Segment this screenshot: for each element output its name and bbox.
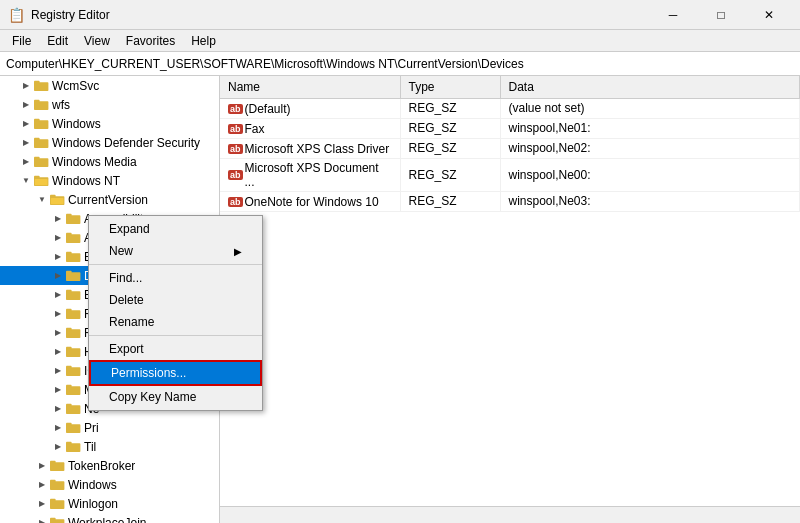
- tree-label-wnt: Windows NT: [52, 174, 120, 188]
- tree-label-workplacejoin: WorkplaceJoin: [68, 516, 146, 524]
- maximize-button[interactable]: □: [698, 0, 744, 30]
- expand-btn-appcompat[interactable]: ▶: [50, 230, 66, 246]
- tree-item-windows2[interactable]: ▶ Windows: [0, 475, 219, 494]
- tree-label-cv: CurrentVersion: [68, 193, 148, 207]
- table-row[interactable]: ab Microsoft XPS Class Driver REG_SZwins…: [220, 138, 800, 158]
- folder-icon-fo1: [66, 306, 82, 322]
- tree-item-wm[interactable]: ▶ Windows Media: [0, 152, 219, 171]
- right-scroll[interactable]: Name Type Data ab (Default) REG_SZ(value…: [220, 76, 800, 506]
- close-button[interactable]: ✕: [746, 0, 792, 30]
- ctx-item-expand[interactable]: Expand: [89, 218, 262, 240]
- folder-icon-icm: [66, 363, 82, 379]
- tree-item-wcmsvc[interactable]: ▶ WcmSvc: [0, 76, 219, 95]
- menu-item-favorites[interactable]: Favorites: [118, 32, 183, 50]
- expand-btn-efs[interactable]: ▶: [50, 287, 66, 303]
- title-bar: 📋 Registry Editor ─ □ ✕: [0, 0, 800, 30]
- menu-item-view[interactable]: View: [76, 32, 118, 50]
- menu-bar: FileEditViewFavoritesHelp: [0, 30, 800, 52]
- tree-item-wfs[interactable]: ▶ wfs: [0, 95, 219, 114]
- folder-icon-wnt: [34, 173, 50, 189]
- ctx-label-permissions: Permissions...: [111, 366, 186, 380]
- ctx-label-rename: Rename: [109, 315, 154, 329]
- title-bar-text: Registry Editor: [31, 8, 650, 22]
- svg-rect-49: [50, 518, 56, 521]
- menu-item-file[interactable]: File: [4, 32, 39, 50]
- tree-item-winlogon[interactable]: ▶ Winlogon: [0, 494, 219, 513]
- expand-btn-wfs[interactable]: ▶: [18, 97, 34, 113]
- expand-btn-bgmodel[interactable]: ▶: [50, 249, 66, 265]
- ctx-item-export[interactable]: Export: [89, 338, 262, 360]
- svg-rect-29: [66, 328, 72, 331]
- expand-btn-hc[interactable]: ▶: [50, 344, 66, 360]
- expand-btn-windows[interactable]: ▶: [18, 116, 34, 132]
- folder-icon-tokenbroker: [50, 458, 66, 474]
- cell-name: ab Fax: [220, 118, 400, 138]
- expand-btn-access[interactable]: ▶: [50, 211, 66, 227]
- tree-item-cv[interactable]: ▼ CurrentVersion: [0, 190, 219, 209]
- expand-btn-wds[interactable]: ▶: [18, 135, 34, 151]
- bottom-scrollbar[interactable]: [220, 506, 800, 523]
- expand-btn-icm[interactable]: ▶: [50, 363, 66, 379]
- svg-rect-41: [66, 442, 72, 445]
- tree-item-pri[interactable]: ▶ Pri: [0, 418, 219, 437]
- expand-btn-fo2[interactable]: ▶: [50, 325, 66, 341]
- expand-btn-wnt[interactable]: ▼: [18, 173, 34, 189]
- tree-item-workplacejoin[interactable]: ▶ WorkplaceJoin: [0, 513, 219, 523]
- table-row[interactable]: ab Microsoft XPS Document ... REG_SZwins…: [220, 158, 800, 191]
- ctx-item-find[interactable]: Find...: [89, 267, 262, 289]
- folder-icon-til: [66, 439, 82, 455]
- tree-label-tokenbroker: TokenBroker: [68, 459, 135, 473]
- cell-name: ab Microsoft XPS Document ...: [220, 158, 400, 191]
- ctx-item-delete[interactable]: Delete: [89, 289, 262, 311]
- svg-rect-11: [34, 176, 40, 179]
- folder-icon-ms: [66, 382, 82, 398]
- menu-item-edit[interactable]: Edit: [39, 32, 76, 50]
- cell-type: REG_SZ: [400, 158, 500, 191]
- table-row[interactable]: ab Fax REG_SZwinspool,Ne01:: [220, 118, 800, 138]
- cell-name: ab OneNote for Windows 10: [220, 191, 400, 211]
- expand-btn-til[interactable]: ▶: [50, 439, 66, 455]
- folder-icon-windows2: [50, 477, 66, 493]
- address-bar: Computer\HKEY_CURRENT_USER\SOFTWARE\Micr…: [0, 52, 800, 76]
- menu-item-help[interactable]: Help: [183, 32, 224, 50]
- tree-item-wnt[interactable]: ▼ Windows NT: [0, 171, 219, 190]
- expand-btn-tokenbroker[interactable]: ▶: [34, 458, 50, 474]
- tree-item-til[interactable]: ▶ Til: [0, 437, 219, 456]
- expand-btn-wcmsvc[interactable]: ▶: [18, 78, 34, 94]
- folder-icon-wm: [34, 154, 50, 170]
- tree-item-tokenbroker[interactable]: ▶ TokenBroker: [0, 456, 219, 475]
- col-header-name: Name: [220, 76, 400, 98]
- expand-btn-workplacejoin[interactable]: ▶: [34, 515, 50, 524]
- expand-btn-de[interactable]: ▶: [50, 268, 66, 284]
- ctx-item-permissions[interactable]: Permissions...: [89, 360, 262, 386]
- expand-btn-cv[interactable]: ▼: [34, 192, 50, 208]
- expand-btn-windows2[interactable]: ▶: [34, 477, 50, 493]
- expand-btn-ne[interactable]: ▶: [50, 401, 66, 417]
- svg-rect-35: [66, 385, 72, 388]
- ctx-label-new: New: [109, 244, 133, 258]
- folder-icon-ne: [66, 401, 82, 417]
- folder-icon-wfs: [34, 97, 50, 113]
- svg-rect-12: [35, 179, 48, 185]
- table-row[interactable]: ab (Default) REG_SZ(value not set): [220, 98, 800, 118]
- ctx-item-rename[interactable]: Rename: [89, 311, 262, 333]
- svg-rect-33: [66, 366, 72, 369]
- folder-icon-de: [66, 268, 82, 284]
- svg-rect-14: [50, 195, 56, 198]
- tree-item-wds[interactable]: ▶ Windows Defender Security: [0, 133, 219, 152]
- expand-btn-fo1[interactable]: ▶: [50, 306, 66, 322]
- expand-btn-ms[interactable]: ▶: [50, 382, 66, 398]
- svg-rect-25: [66, 290, 72, 293]
- svg-rect-3: [34, 100, 40, 103]
- expand-btn-wm[interactable]: ▶: [18, 154, 34, 170]
- tree-item-windows[interactable]: ▶ Windows: [0, 114, 219, 133]
- expand-btn-winlogon[interactable]: ▶: [34, 496, 50, 512]
- title-bar-buttons: ─ □ ✕: [650, 0, 792, 30]
- ctx-item-new[interactable]: New▶: [89, 240, 262, 262]
- svg-rect-23: [66, 271, 72, 274]
- folder-icon-hc: [66, 344, 82, 360]
- ctx-item-copykey[interactable]: Copy Key Name: [89, 386, 262, 408]
- minimize-button[interactable]: ─: [650, 0, 696, 30]
- table-row[interactable]: ab OneNote for Windows 10 REG_SZwinspool…: [220, 191, 800, 211]
- expand-btn-pri[interactable]: ▶: [50, 420, 66, 436]
